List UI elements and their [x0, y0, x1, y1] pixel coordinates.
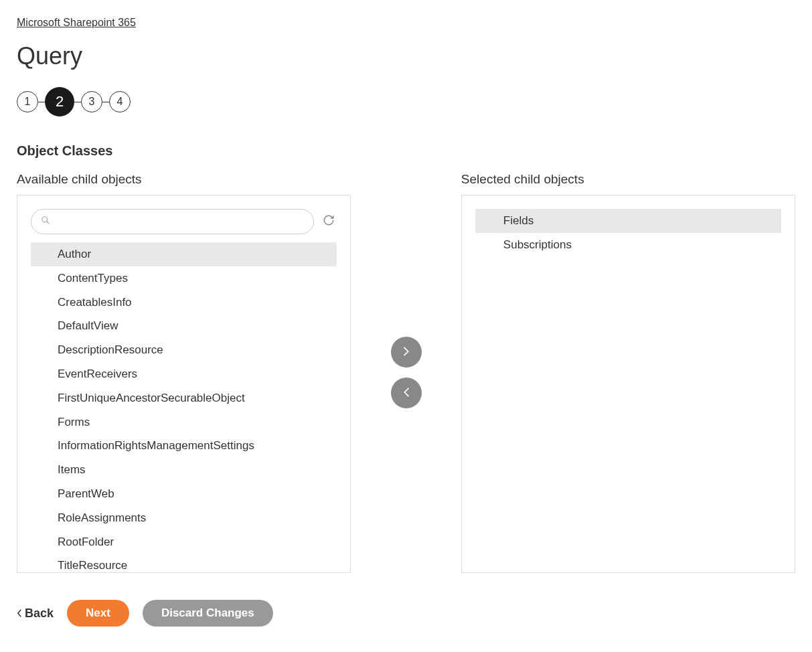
footer: Back Next Discard Changes — [17, 600, 795, 627]
search-row — [31, 209, 337, 234]
svg-point-0 — [42, 217, 48, 222]
list-item[interactable]: TitleResource — [31, 554, 337, 573]
list-item[interactable]: Items — [31, 458, 337, 482]
selected-items-list: FieldsSubscriptions — [475, 209, 781, 257]
available-list-box: AuthorContentTypesCreatablesInfoDefaultV… — [17, 195, 351, 573]
step-connector — [38, 102, 45, 102]
dual-list: Available child objects — [17, 172, 795, 573]
chevron-left-icon — [403, 388, 410, 399]
list-item[interactable]: InformationRightsManagementSettings — [31, 434, 337, 458]
search-input-wrap[interactable] — [31, 209, 314, 234]
back-button-label: Back — [25, 606, 54, 621]
list-item[interactable]: RoleAssignments — [31, 506, 337, 530]
step-1[interactable]: 1 — [17, 91, 38, 112]
move-left-button[interactable] — [391, 378, 422, 408]
list-item[interactable]: EventReceivers — [31, 362, 337, 386]
selected-label: Selected child objects — [461, 172, 795, 187]
list-item[interactable]: Subscriptions — [475, 233, 781, 257]
step-2[interactable]: 2 — [45, 87, 74, 116]
selected-list-box: FieldsSubscriptions — [461, 195, 795, 573]
next-button[interactable]: Next — [67, 600, 129, 627]
page-title: Query — [17, 42, 795, 70]
list-item[interactable]: DescriptionResource — [31, 338, 337, 362]
chevron-left-icon — [17, 606, 22, 621]
step-connector — [102, 102, 109, 102]
list-item[interactable]: DefaultView — [31, 314, 337, 338]
list-item[interactable]: CreatablesInfo — [31, 291, 337, 315]
available-label: Available child objects — [17, 172, 351, 187]
selected-column: Selected child objects FieldsSubscriptio… — [461, 172, 795, 573]
step-3[interactable]: 3 — [81, 91, 102, 112]
breadcrumb-link[interactable]: Microsoft Sharepoint 365 — [17, 17, 136, 28]
move-right-button[interactable] — [391, 337, 422, 368]
list-item[interactable]: Forms — [31, 410, 337, 434]
list-item[interactable]: Fields — [475, 209, 781, 233]
discard-button[interactable]: Discard Changes — [143, 600, 273, 627]
available-column: Available child objects — [17, 172, 351, 573]
step-connector — [74, 102, 81, 102]
available-items-list: AuthorContentTypesCreatablesInfoDefaultV… — [31, 242, 337, 573]
back-button[interactable]: Back — [17, 606, 54, 621]
refresh-icon — [323, 214, 335, 229]
refresh-button[interactable] — [321, 214, 337, 230]
section-title: Object Classes — [17, 143, 795, 159]
list-item[interactable]: RootFolder — [31, 530, 337, 554]
list-item[interactable]: Author — [31, 242, 337, 266]
list-item[interactable]: ParentWeb — [31, 482, 337, 506]
list-item[interactable]: ContentTypes — [31, 266, 337, 291]
stepper: 1234 — [17, 87, 795, 116]
svg-line-1 — [47, 222, 50, 224]
step-4[interactable]: 4 — [109, 91, 131, 112]
chevron-right-icon — [403, 347, 410, 358]
search-icon — [41, 216, 50, 228]
search-input[interactable] — [56, 216, 304, 227]
list-item[interactable]: FirstUniqueAncestorSecurableObject — [31, 386, 337, 410]
transfer-controls — [351, 172, 461, 573]
